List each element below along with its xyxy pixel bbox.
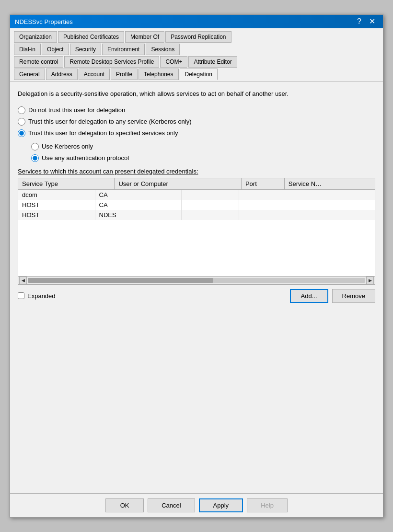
- cell-service-type: HOST: [18, 200, 95, 210]
- expanded-label: Expanded: [27, 292, 56, 300]
- table-header-row: Service Type User or Computer Port Servi…: [18, 178, 375, 190]
- tab-row-2: Dial-in Object Security Environment Sess…: [14, 44, 379, 55]
- radio-trust-any-input[interactable]: [18, 118, 25, 126]
- tab-com-plus[interactable]: COM+: [160, 56, 187, 68]
- table-row[interactable]: HOST NDES: [18, 210, 375, 220]
- cell-service-name: [239, 210, 375, 220]
- table-action-buttons: Add... Remove: [59, 289, 375, 303]
- expanded-checkbox-label[interactable]: Expanded: [18, 292, 56, 300]
- col-port: Port: [241, 178, 284, 190]
- bottom-bar: OK Cancel Apply Help: [10, 493, 383, 517]
- delegation-content: Delegation is a security-sensitive opera…: [10, 81, 383, 405]
- table-row[interactable]: dcom CA: [18, 190, 375, 200]
- services-data-table: dcom CA HOST CA HOST: [18, 190, 375, 220]
- tab-sessions[interactable]: Sessions: [146, 44, 180, 55]
- tab-delegation[interactable]: Delegation: [180, 69, 218, 80]
- tab-account[interactable]: Account: [79, 69, 110, 80]
- radio-no-trust[interactable]: Do not trust this user for delegation: [18, 106, 375, 114]
- help-button[interactable]: ?: [354, 18, 364, 25]
- trust-radio-group: Do not trust this user for delegation Tr…: [18, 106, 375, 137]
- cell-service-type: dcom: [18, 190, 95, 200]
- tab-remote-desktop-services-profile[interactable]: Remote Desktop Services Profile: [64, 56, 159, 68]
- cell-port: [181, 210, 239, 220]
- cell-user-computer: CA: [95, 200, 181, 210]
- radio-kerberos-only[interactable]: Use Kerberos only: [31, 143, 375, 150]
- radio-trust-any[interactable]: Trust this user for delegation to any se…: [18, 118, 375, 126]
- tab-profile[interactable]: Profile: [111, 69, 138, 80]
- tab-member-of[interactable]: Member Of: [125, 31, 164, 43]
- tab-remote-control[interactable]: Remote control: [14, 56, 63, 68]
- tab-row-1: Organization Published Certificates Memb…: [14, 31, 379, 43]
- radio-any-protocol-input[interactable]: [31, 154, 39, 162]
- col-user-or-computer: User or Computer: [115, 178, 241, 190]
- cell-port: [181, 200, 239, 210]
- tab-attribute-editor[interactable]: Attribute Editor: [188, 56, 237, 68]
- apply-button[interactable]: Apply: [199, 498, 243, 512]
- ok-button[interactable]: OK: [105, 498, 144, 512]
- expanded-row: Expanded Add... Remove: [18, 289, 375, 303]
- scroll-thumb: [28, 278, 213, 283]
- radio-trust-specified-input[interactable]: [18, 129, 25, 137]
- tab-object[interactable]: Object: [42, 44, 69, 55]
- title-bar: NDESSvc Properties ? ✕: [10, 15, 383, 28]
- tab-address[interactable]: Address: [46, 69, 78, 80]
- services-table: Service Type User or Computer Port Servi…: [18, 178, 375, 190]
- title-bar-controls: ? ✕: [354, 18, 378, 25]
- radio-kerberos-only-input[interactable]: [31, 143, 39, 150]
- tab-security[interactable]: Security: [70, 44, 101, 55]
- services-table-wrapper: Service Type User or Computer Port Servi…: [18, 178, 375, 285]
- expanded-checkbox[interactable]: [18, 292, 24, 299]
- cell-port: [181, 190, 239, 200]
- add-button[interactable]: Add...: [290, 289, 328, 303]
- delegation-description: Delegation is a security-sensitive opera…: [18, 89, 375, 99]
- tab-organization[interactable]: Organization: [14, 31, 57, 43]
- dialog-window: NDESSvc Properties ? ✕ Organization Publ…: [10, 14, 383, 518]
- radio-any-protocol[interactable]: Use any authentication protocol: [31, 154, 375, 162]
- tab-general[interactable]: General: [14, 69, 45, 80]
- auth-protocol-radio-group: Use Kerberos only Use any authentication…: [31, 143, 375, 162]
- tab-dial-in[interactable]: Dial-in: [14, 44, 41, 55]
- services-label: Services to which this account can prese…: [18, 168, 375, 175]
- tab-row-3: Remote control Remote Desktop Services P…: [14, 56, 379, 68]
- window-title: NDESSvc Properties: [15, 18, 73, 25]
- scroll-left-arrow[interactable]: ◀: [19, 277, 27, 284]
- cell-service-name: [239, 200, 375, 210]
- table-body-wrapper[interactable]: dcom CA HOST CA HOST: [18, 190, 375, 276]
- col-service-name: Service N…: [284, 178, 375, 190]
- radio-trust-specified[interactable]: Trust this user for delegation to specif…: [18, 129, 375, 137]
- tab-row-4: General Address Account Profile Telephon…: [14, 69, 379, 80]
- cell-service-name: [239, 190, 375, 200]
- help-bottom-button[interactable]: Help: [247, 498, 288, 512]
- remove-button[interactable]: Remove: [332, 289, 375, 303]
- tab-published-certificates[interactable]: Published Certificates: [58, 31, 124, 43]
- close-button[interactable]: ✕: [366, 18, 378, 25]
- radio-no-trust-input[interactable]: [18, 106, 25, 114]
- cell-user-computer: NDES: [95, 210, 181, 220]
- scroll-right-arrow[interactable]: ▶: [366, 277, 374, 284]
- tab-password-replication[interactable]: Password Replication: [165, 31, 231, 43]
- cell-service-type: HOST: [18, 210, 95, 220]
- cell-user-computer: CA: [95, 190, 181, 200]
- tabs-container: Organization Published Certificates Memb…: [10, 28, 383, 81]
- cancel-button[interactable]: Cancel: [148, 498, 195, 512]
- tab-environment[interactable]: Environment: [102, 44, 145, 55]
- scroll-track[interactable]: [28, 278, 365, 283]
- horizontal-scrollbar[interactable]: ◀ ▶: [18, 276, 375, 285]
- col-service-type: Service Type: [18, 178, 115, 190]
- content-spacer: [10, 405, 383, 493]
- tab-telephones[interactable]: Telephones: [139, 69, 178, 80]
- table-row[interactable]: HOST CA: [18, 200, 375, 210]
